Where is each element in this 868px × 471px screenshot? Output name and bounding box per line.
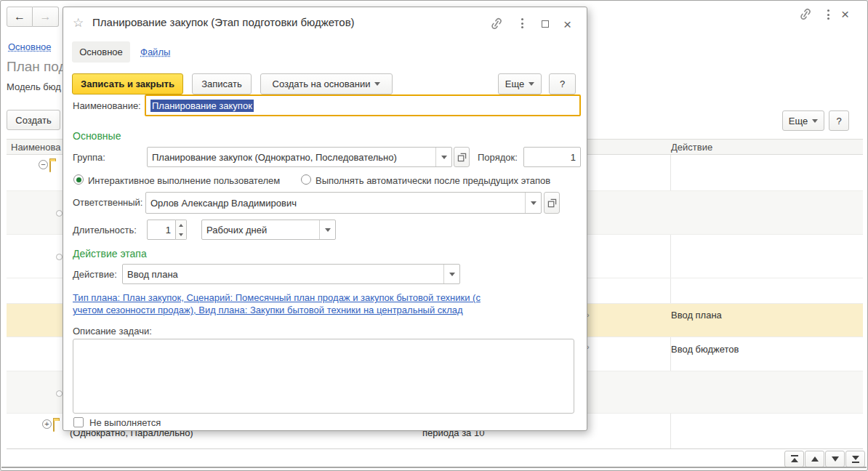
window-menu-kebab-icon[interactable] bbox=[827, 9, 829, 20]
action-cell: Ввод плана bbox=[671, 310, 722, 321]
forward-button[interactable]: → bbox=[33, 7, 59, 27]
to-bottom-icon bbox=[851, 454, 861, 464]
stage-status-icon bbox=[56, 254, 63, 260]
go-up-button[interactable] bbox=[805, 451, 824, 467]
back-icon: ← bbox=[14, 10, 25, 23]
order-label: Порядок: bbox=[478, 152, 518, 163]
action-cell: Ввод бюджетов bbox=[671, 344, 739, 355]
radio-automatic[interactable] bbox=[301, 174, 311, 185]
budget-model-label: Модель бюд bbox=[7, 81, 61, 92]
group-label: Группа: bbox=[73, 152, 105, 163]
triangle-down-icon bbox=[179, 233, 183, 236]
list-help-button[interactable]: ? bbox=[829, 110, 849, 131]
radio-interactive-label[interactable]: Интерактивное выполнение пользователем bbox=[88, 175, 280, 186]
window-link-icon[interactable] bbox=[797, 8, 813, 23]
create-based-on-button[interactable]: Создать на основании bbox=[260, 73, 393, 94]
dialog-help-button[interactable]: ? bbox=[549, 73, 576, 94]
folder-icon bbox=[49, 160, 51, 172]
forward-icon: → bbox=[40, 10, 52, 23]
column-header-name[interactable]: Наименова bbox=[11, 142, 60, 153]
folder-icon bbox=[53, 419, 55, 432]
dropdown-button[interactable] bbox=[443, 265, 459, 283]
responsible-label: Ответственный: bbox=[73, 197, 142, 208]
triangle-down-icon bbox=[830, 454, 840, 464]
go-down-button[interactable] bbox=[825, 451, 845, 467]
dropdown-button[interactable] bbox=[525, 193, 541, 213]
chevron-down-icon bbox=[531, 201, 537, 205]
duration-input[interactable]: 1 bbox=[147, 220, 176, 240]
name-input[interactable]: Планирование закупок bbox=[145, 94, 581, 116]
step-down-button[interactable] bbox=[176, 230, 186, 239]
go-last-button[interactable] bbox=[845, 451, 865, 467]
favorite-star-icon[interactable]: ☆ bbox=[73, 17, 84, 29]
stage-edit-dialog: ☆ Планирование закупок (Этап подготовки … bbox=[63, 7, 587, 431]
name-label: Наименование: bbox=[73, 100, 141, 111]
stage-status-icon bbox=[56, 390, 63, 397]
order-input[interactable]: 1 bbox=[523, 147, 581, 167]
dialog-close-icon[interactable]: × bbox=[563, 17, 571, 31]
dialog-maximize-icon[interactable] bbox=[542, 20, 549, 28]
app-window: ← → × Основное План под Модель бюд Созда… bbox=[0, 0, 868, 471]
selected-text: Планирование закупок bbox=[150, 100, 254, 112]
dialog-link-icon[interactable] bbox=[489, 17, 505, 32]
main-nav-link[interactable]: Основное bbox=[8, 41, 52, 52]
action-label: Действие: bbox=[73, 269, 117, 280]
tree-expand-icon[interactable]: + bbox=[42, 419, 52, 429]
chevron-down-icon bbox=[529, 82, 534, 86]
row-navigation bbox=[784, 451, 865, 467]
history-nav: ← → bbox=[7, 7, 59, 27]
triangle-up-icon bbox=[179, 224, 183, 227]
group-open-button[interactable] bbox=[454, 147, 470, 167]
description-textarea[interactable] bbox=[73, 339, 574, 414]
duration-stepper[interactable] bbox=[176, 220, 187, 240]
section-action-heading: Действие этапа bbox=[73, 248, 147, 259]
page-title: План под bbox=[7, 59, 67, 75]
create-button[interactable]: Создать bbox=[7, 110, 60, 130]
tab-main[interactable]: Основное bbox=[72, 41, 130, 63]
column-header-action[interactable]: Действие bbox=[671, 142, 712, 153]
chevron-down-icon bbox=[374, 82, 380, 86]
tab-files[interactable]: Файлы bbox=[140, 47, 170, 57]
duration-unit-combo[interactable]: Рабочих дней bbox=[201, 220, 336, 240]
chevron-down-icon bbox=[325, 228, 331, 232]
dropdown-button[interactable] bbox=[319, 220, 335, 239]
action-combo[interactable]: Ввод плана bbox=[122, 264, 460, 284]
window-bottom-frame bbox=[1, 467, 867, 468]
open-form-icon bbox=[547, 198, 557, 208]
responsible-open-button[interactable] bbox=[544, 192, 560, 214]
back-button[interactable]: ← bbox=[7, 7, 33, 27]
dialog-title: Планирование закупок (Этап подготовки бю… bbox=[92, 16, 355, 28]
not-executed-checkbox[interactable] bbox=[73, 417, 84, 427]
chevron-down-icon bbox=[449, 273, 455, 276]
dropdown-button[interactable] bbox=[435, 148, 451, 166]
section-main-heading: Основные bbox=[73, 130, 121, 142]
responsible-combo[interactable]: Орлов Александр Владимирович bbox=[145, 192, 542, 214]
chevron-down-icon bbox=[441, 156, 447, 159]
radio-interactive[interactable] bbox=[73, 174, 84, 185]
tree-collapse-icon[interactable]: − bbox=[39, 160, 48, 169]
radio-automatic-label[interactable]: Выполнять автоматически после предыдущих… bbox=[316, 175, 550, 186]
save-and-close-button[interactable]: Записать и закрыть bbox=[72, 73, 183, 94]
dialog-more-button[interactable]: Еще bbox=[498, 73, 542, 94]
description-label: Описание задачи: bbox=[73, 326, 152, 337]
plan-settings-link[interactable]: Тип плана: План закупок, Сценарий: Помес… bbox=[73, 291, 512, 316]
triangle-up-icon bbox=[810, 454, 820, 464]
go-first-button[interactable] bbox=[784, 451, 804, 467]
open-form-icon bbox=[457, 153, 467, 162]
dialog-menu-kebab-icon[interactable] bbox=[521, 18, 523, 28]
save-button[interactable]: Записать bbox=[192, 73, 252, 94]
chevron-down-icon bbox=[812, 119, 818, 123]
to-top-icon bbox=[789, 454, 800, 464]
duration-label: Длительность: bbox=[73, 225, 137, 236]
window-close-icon[interactable]: × bbox=[841, 7, 849, 21]
stage-status-icon bbox=[56, 210, 63, 217]
step-up-button[interactable] bbox=[176, 220, 186, 230]
list-more-button[interactable]: Еще bbox=[782, 110, 824, 131]
group-combo[interactable]: Планирование закупок (Однократно, Послед… bbox=[147, 147, 452, 167]
not-executed-label[interactable]: Не выполняется bbox=[89, 417, 161, 428]
